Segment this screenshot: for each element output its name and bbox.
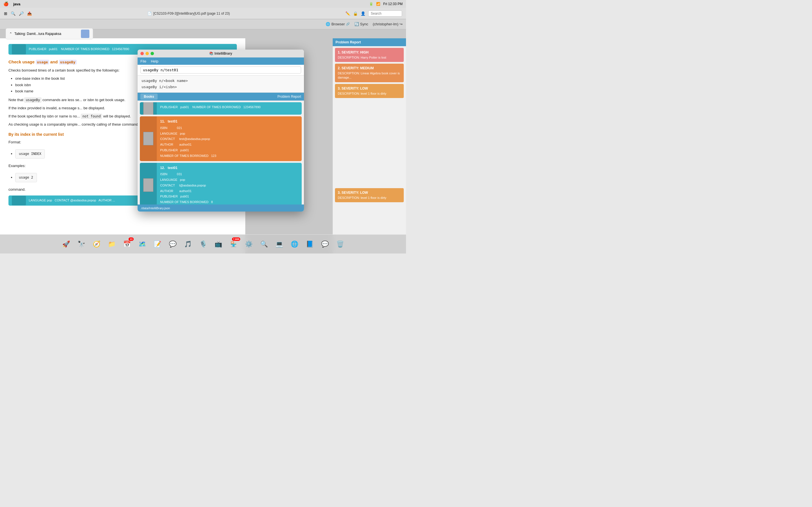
talking-label: Talking: Damit...tura Rajapaksa <box>14 32 61 36</box>
extra-toolbar: 🌐 Browser 🔗 🔄 Sync (christopher-lm) ↪ <box>0 19 406 29</box>
dock-maps[interactable]: 🗺️ <box>135 237 149 251</box>
command-input[interactable] <box>140 66 301 73</box>
dock-files[interactable]: 📁 <box>105 237 118 251</box>
sync-icon: 🔄 <box>354 22 359 26</box>
book-title-11: 11. test01 <box>160 119 298 125</box>
problem-report-tab-label: Problem Report <box>336 40 361 44</box>
dock-spotlight[interactable]: 🔍 <box>257 237 271 251</box>
book-list: PUBLISHER pub01 NUMBER OF TIMES BORROWED… <box>138 101 304 205</box>
sidebar-toggle-icon[interactable]: ⊞ <box>4 11 7 16</box>
zoom-in-icon[interactable]: 🔎 <box>19 11 24 16</box>
apple-menu[interactable]: 🍎 <box>3 1 9 6</box>
dock-notes[interactable]: 📝 <box>151 237 164 251</box>
talking-avatar <box>81 30 89 38</box>
book-cover-partial <box>143 102 153 115</box>
zoom-out-icon[interactable]: 🔍 <box>11 11 15 16</box>
book-card-partial: PUBLISHER pub01 NUMBER OF TIMES BORROWED… <box>140 102 302 115</box>
severity-1: 1. SEVERITY: HIGH <box>338 50 401 55</box>
dock-music[interactable]: 🎵 <box>181 237 195 251</box>
book-card-11[interactable]: 11. test01 ISBN 021 LANGUAGE pop CONTACT… <box>140 116 302 161</box>
calendar-badge: 13 <box>129 237 134 241</box>
book-author-11: AUTHOR author01 <box>160 142 298 148</box>
example-code: usage 2 <box>15 173 37 182</box>
dock-finder[interactable]: 🔭 <box>74 237 88 251</box>
suggestions-dropdown: usageBy n/<book name> usageBy i/<isbn> <box>138 75 304 93</box>
dock-tv[interactable]: 📺 <box>211 237 225 251</box>
window-title: 📚 IntelliBrary <box>209 52 232 55</box>
dock-trash[interactable]: 🗑️ <box>333 237 347 251</box>
book-contact-12: CONTACT t@asdasdsa.popop <box>160 183 298 188</box>
appstore-badge: 7,666 <box>232 237 240 241</box>
tab-books[interactable]: Books <box>140 94 158 100</box>
menubar: 🍎 java 🔋 📶 Fri 12:33 PM <box>0 0 406 8</box>
dock-settings[interactable]: ⚙️ <box>242 237 255 251</box>
maximize-window-button[interactable] <box>151 52 154 55</box>
problem-item-3b: 3. SEVERITY: LOW DESCRIPTION: level 1 fl… <box>335 188 404 202</box>
window-titlebar: 📚 IntelliBrary <box>138 50 304 57</box>
suggestion-2[interactable]: usageBy i/<isbn> <box>142 84 300 90</box>
book-thumb-11 <box>140 116 157 161</box>
book-title-12: 12. test01 <box>160 165 298 171</box>
book-isbn-12: ISBN 031 <box>160 172 298 177</box>
format-code: usage INDEX <box>15 149 45 159</box>
book-isbn-11: ISBN 021 <box>160 125 298 131</box>
user-button[interactable]: (christopher-lm) ↪ <box>373 22 403 26</box>
browser-button[interactable]: 🌐 Browser 🔗 <box>326 22 350 26</box>
book-card-12[interactable]: 12. test01 ISBN 031 LANGUAGE pop CONTACT… <box>140 163 302 205</box>
book-cover-11 <box>143 132 153 145</box>
talking-chevron-icon: ⌃ <box>9 32 12 36</box>
pdf-viewer: ⊞ 🔍 🔎 📤 📄 [CS2103-F09-3][IntelliBrary]UG… <box>0 8 406 253</box>
book-borrowed-12: NUMBER OF TIMES BORROWED 8 <box>160 200 298 205</box>
pencil-icon[interactable]: ✏️ <box>345 11 350 16</box>
link-icon: 🔗 <box>346 22 350 26</box>
talking-notification: ⌃ Talking: Damit...tura Rajapaksa <box>6 28 93 40</box>
share-icon[interactable]: 📤 <box>27 11 32 16</box>
dock-word[interactable]: 📘 <box>303 237 316 251</box>
severity-3b: 3. SEVERITY: LOW <box>338 190 401 195</box>
problem-report-panel: Problem Report 1. SEVERITY: HIGH DESCRIP… <box>333 38 406 253</box>
tab-problem-report[interactable]: Problem Report <box>277 95 301 99</box>
person-icon[interactable]: 👤 <box>361 11 365 16</box>
book-author-12: AUTHOR author01 <box>160 188 298 194</box>
book-thumb-12 <box>140 163 157 205</box>
usageby-inline-code: usageBy <box>24 98 42 103</box>
sync-button[interactable]: 🔄 Sync <box>354 22 368 26</box>
dock-appstore[interactable]: 7,666 🏪 <box>227 237 240 251</box>
file-menu[interactable]: File <box>140 59 146 63</box>
dock-launchpad[interactable]: 🚀 <box>59 237 73 251</box>
book-borrowed-11: NUMBER OF TIMES BORROWED 123 <box>160 153 298 159</box>
book-info-12: 12. test01 ISBN 031 LANGUAGE pop CONTACT… <box>157 163 302 205</box>
book-publisher-partial: PUBLISHER pub01 NUMBER OF TIMES BORROWED… <box>160 105 260 109</box>
dock-calendar[interactable]: 📅 13 <box>120 237 134 251</box>
dock-safari[interactable]: 🧭 <box>90 237 103 251</box>
problem-item-2: 2. SEVERITY: MEDIUM DESCRIPTION: Linear … <box>335 64 404 82</box>
suggestion-1[interactable]: usageBy n/<book name> <box>142 78 300 84</box>
book-info-partial: PUBLISHER pub01 NUMBER OF TIMES BORROWED… <box>157 102 302 115</box>
intellilibrary-window: 📚 IntelliBrary File Help usageBy n/<book… <box>138 50 304 212</box>
dock-teams[interactable]: 💬 <box>318 237 332 251</box>
book-contact-11: CONTACT test@asdasdsa.popop <box>160 136 298 142</box>
logout-icon: ↪ <box>400 22 403 26</box>
book-cover-12 <box>143 178 153 192</box>
book-lang-12: LANGUAGE pop <box>160 177 298 183</box>
app-name: java <box>13 2 20 6</box>
window-app-icon: 📚 <box>209 52 213 55</box>
dock-podcast[interactable]: 🎙️ <box>196 237 210 251</box>
book-thumb-partial <box>140 102 157 115</box>
usage-code-span: usage <box>36 60 49 64</box>
pdf-title: [CS2103-F09-3][IntelliBrary]UG.pdf (page… <box>153 11 230 15</box>
help-menu[interactable]: Help <box>151 59 158 63</box>
lock-icon[interactable]: 🔒 <box>353 11 358 16</box>
severity-3: 3. SEVERITY: LOW <box>338 86 401 91</box>
window-statusbar: ./data/IntelliBrary.json <box>138 205 304 212</box>
minimize-window-button[interactable] <box>146 52 149 55</box>
close-window-button[interactable] <box>140 52 144 55</box>
book-info-11: 11. test01 ISBN 021 LANGUAGE pop CONTACT… <box>157 116 302 161</box>
pdf-search-input[interactable] <box>368 10 402 17</box>
status-path: ./data/IntelliBrary.json <box>140 207 170 210</box>
description-1: DESCRIPTION: Harry Potter is lost <box>338 55 401 60</box>
dock-messages[interactable]: 💬 <box>166 237 179 251</box>
dock-terminal[interactable]: 💻 <box>272 237 286 251</box>
dock-chrome[interactable]: 🌐 <box>288 237 301 251</box>
wifi-icon: 📶 <box>376 2 380 6</box>
